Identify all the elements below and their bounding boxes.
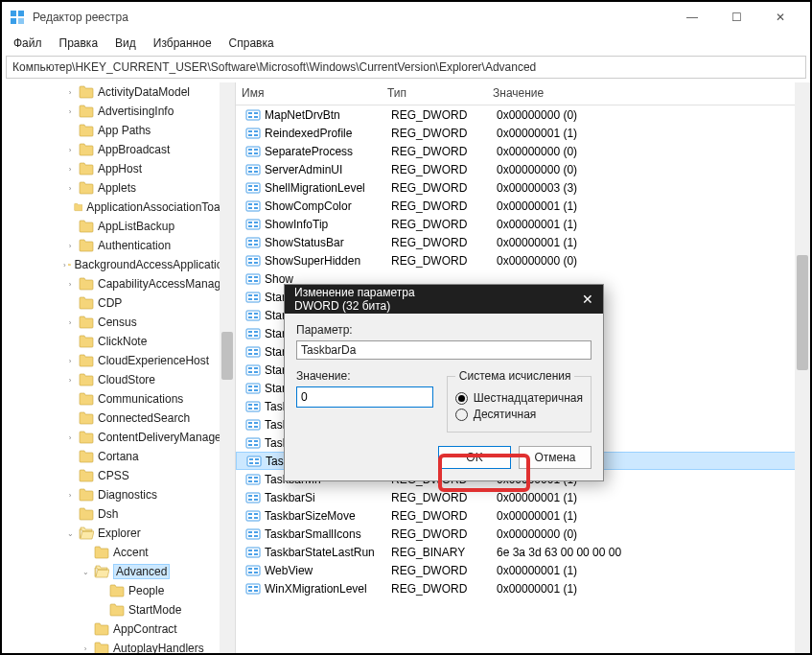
tree-item-diagnostics[interactable]: ›Diagnostics (2, 485, 235, 504)
tree-item-census[interactable]: ›Census (2, 313, 235, 332)
list-row[interactable]: ServerAdminUIREG_DWORD0x00000000 (0) (236, 160, 810, 178)
tree-item-cloudstore[interactable]: ›CloudStore (2, 370, 235, 389)
tree-item-label: AppContract (113, 622, 177, 636)
list-row[interactable]: TaskbarStateLastRunREG_BINARY6e 3a 3d 63… (236, 543, 810, 561)
tree-item-cpss[interactable]: CPSS (2, 466, 235, 485)
close-button[interactable]: ✕ (758, 2, 802, 33)
tree-item-cdp[interactable]: CDP (2, 293, 235, 313)
dialog-close-button[interactable]: ✕ (444, 292, 593, 307)
dword-icon (245, 326, 261, 341)
list-row[interactable]: SeparateProcessREG_DWORD0x00000000 (0) (236, 142, 810, 160)
column-type[interactable]: Тип (382, 82, 487, 105)
tree-item-label: ContentDeliveryManager (98, 431, 225, 444)
list-row[interactable]: ShellMigrationLevelREG_DWORD0x00000003 (… (236, 178, 810, 197)
dword-icon (245, 381, 261, 396)
list-row[interactable]: ShowCompColorREG_DWORD0x00000001 (1) (236, 197, 810, 215)
dword-icon (245, 435, 261, 451)
menu-edit[interactable]: Правка (52, 35, 106, 52)
tree-item-appbroadcast[interactable]: ›AppBroadcast (2, 140, 235, 159)
tree-item-label: Dsh (98, 507, 118, 521)
tree-item-startmode[interactable]: StartMode (2, 600, 235, 620)
tree-item-advanced[interactable]: ⌄Advanced (2, 562, 235, 581)
menu-favorites[interactable]: Избранное (146, 35, 220, 52)
menu-help[interactable]: Справка (221, 35, 282, 52)
chevron-icon[interactable]: › (63, 165, 77, 174)
maximize-button[interactable]: ☐ (714, 2, 758, 33)
tree-item-advertisinginfo[interactable]: ›AdvertisingInfo (2, 102, 235, 121)
cell-type: REG_DWORD (391, 163, 497, 176)
menu-view[interactable]: Вид (107, 35, 144, 52)
folder-icon (79, 124, 94, 137)
chevron-icon[interactable]: › (79, 644, 92, 653)
chevron-icon[interactable]: ⌄ (63, 529, 77, 538)
list-row[interactable]: MapNetDrvBtnREG_DWORD0x00000000 (0) (236, 105, 810, 124)
list-row[interactable]: ShowStatusBarREG_DWORD0x00000001 (1) (236, 233, 810, 251)
tree-item-contentdeliverymanager[interactable]: ›ContentDeliveryManager (2, 428, 235, 447)
list-row[interactable]: ReindexedProfileREG_DWORD0x00000001 (1) (236, 124, 810, 142)
dword-icon (245, 253, 261, 269)
list-row[interactable]: TaskbarSiREG_DWORD0x00000001 (1) (236, 488, 810, 506)
tree-item-autoplayhandlers[interactable]: ›AutoplayHandlers (2, 639, 235, 653)
list-row[interactable]: TaskbarSizeMoveREG_DWORD0x00000001 (1) (236, 506, 810, 525)
chevron-icon[interactable]: › (63, 357, 77, 365)
column-value[interactable]: Значение (487, 82, 810, 105)
list-row[interactable]: ShowSuperHiddenREG_DWORD0x00000000 (0) (236, 251, 810, 269)
list-scrollbar[interactable] (795, 82, 810, 653)
chevron-icon[interactable]: › (63, 318, 77, 327)
menu-file[interactable]: Файл (6, 35, 50, 52)
tree-item-communications[interactable]: Communications (2, 389, 235, 409)
tree-item-appcontract[interactable]: AppContract (2, 620, 235, 639)
chevron-icon[interactable]: › (63, 280, 77, 289)
chevron-icon[interactable]: › (63, 261, 66, 269)
radio-hex[interactable]: Шестнадцатеричная (455, 391, 583, 405)
tree-item-applets[interactable]: ›Applets (2, 178, 235, 198)
tree-item-applicationassociationtoasts[interactable]: ApplicationAssociationToasts (2, 198, 235, 217)
ok-button[interactable]: OK (438, 446, 511, 469)
cell-name: TaskbarSi (265, 491, 391, 504)
chevron-icon[interactable]: › (63, 88, 77, 97)
tree-item-cloudexperiencehost[interactable]: ›CloudExperienceHost (2, 351, 235, 370)
tree-item-backgroundaccessapplications[interactable]: ›BackgroundAccessApplications (2, 255, 235, 274)
tree-item-activitydatamodel[interactable]: ›ActivityDataModel (2, 82, 235, 102)
chevron-icon[interactable]: › (63, 491, 77, 500)
tree-pane[interactable]: ›ActivityDataModel›AdvertisingInfoApp Pa… (2, 82, 236, 653)
folder-icon (79, 181, 94, 195)
tree-item-cortana[interactable]: Cortana (2, 447, 235, 466)
tree-item-label: ActivityDataModel (98, 85, 190, 99)
list-row[interactable]: ShowInfoTipREG_DWORD0x00000001 (1) (236, 215, 810, 233)
tree-item-clicknote[interactable]: ClickNote (2, 332, 235, 351)
value-input[interactable] (296, 386, 433, 408)
chevron-icon[interactable]: › (63, 107, 77, 116)
folder-icon (79, 143, 94, 156)
tree-item-applistbackup[interactable]: AppListBackup (2, 217, 235, 236)
chevron-icon[interactable]: › (63, 433, 77, 442)
minimize-button[interactable]: — (670, 2, 714, 33)
chevron-icon[interactable]: › (63, 376, 77, 385)
tree-item-accent[interactable]: Accent (2, 543, 235, 562)
cancel-button[interactable]: Отмена (519, 446, 592, 469)
chevron-icon[interactable]: › (63, 146, 77, 154)
list-row[interactable]: WinXMigrationLevelREG_DWORD0x00000001 (1… (236, 579, 810, 597)
list-row[interactable]: TaskbarSmallIconsREG_DWORD0x00000000 (0) (236, 525, 810, 543)
tree-item-people[interactable]: People (2, 581, 235, 600)
dialog-titlebar[interactable]: Изменение параметра DWORD (32 бита) ✕ (285, 285, 603, 314)
tree-item-explorer[interactable]: ⌄Explorer (2, 524, 235, 543)
tree-item-capabilityaccessmanager[interactable]: ›CapabilityAccessManager (2, 274, 235, 293)
chevron-icon[interactable]: › (63, 184, 77, 193)
tree-item-apphost[interactable]: ›AppHost (2, 159, 235, 178)
column-name[interactable]: Имя (236, 82, 382, 105)
list-row[interactable]: WebViewREG_DWORD0x00000001 (1) (236, 561, 810, 579)
tree-item-app-paths[interactable]: App Paths (2, 121, 235, 140)
tree-item-connectedsearch[interactable]: ConnectedSearch (2, 409, 235, 428)
chevron-icon[interactable]: ⌄ (79, 568, 92, 576)
tree-item-dsh[interactable]: Dsh (2, 504, 235, 524)
tree-item-authentication[interactable]: ›Authentication (2, 236, 235, 255)
tree-scrollbar[interactable] (220, 82, 235, 653)
cell-type: REG_DWORD (391, 491, 497, 504)
folder-icon (79, 316, 94, 329)
address-bar[interactable]: Компьютер\HKEY_CURRENT_USER\Software\Mic… (6, 56, 806, 79)
chevron-icon[interactable]: › (63, 242, 77, 250)
dword-icon (245, 144, 261, 159)
folder-icon (68, 258, 71, 271)
radio-dec[interactable]: Десятичная (455, 408, 583, 421)
